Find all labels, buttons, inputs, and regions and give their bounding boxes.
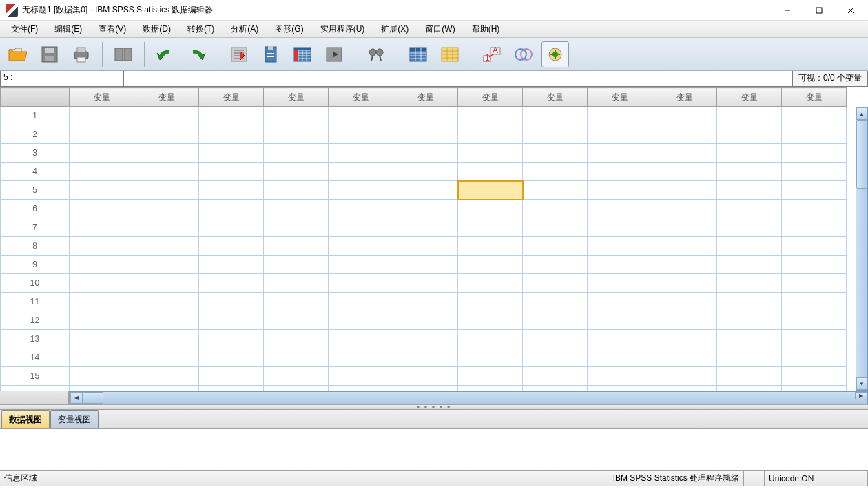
row-header[interactable]: 3	[1, 144, 70, 163]
data-cell[interactable]	[199, 163, 264, 181]
data-cell[interactable]	[652, 107, 717, 125]
data-cell[interactable]	[393, 218, 458, 237]
data-cell[interactable]	[393, 144, 458, 163]
data-cell[interactable]	[329, 200, 393, 218]
menu-graph[interactable]: 图形(G)	[267, 21, 311, 37]
scroll-right-button[interactable]: ▶	[855, 392, 867, 399]
column-header[interactable]: 变量	[523, 88, 588, 107]
data-cell[interactable]	[134, 218, 199, 237]
menu-help[interactable]: 帮助(H)	[464, 21, 508, 37]
data-cell[interactable]	[264, 330, 329, 348]
data-cell[interactable]	[652, 181, 717, 200]
data-cell[interactable]	[523, 181, 588, 200]
data-cell[interactable]	[652, 311, 717, 330]
data-cell[interactable]	[717, 107, 782, 125]
split-file-button[interactable]	[404, 41, 432, 67]
data-cell[interactable]	[329, 107, 393, 125]
data-cell[interactable]	[264, 367, 329, 386]
data-cell[interactable]	[652, 367, 717, 386]
run-button[interactable]	[320, 41, 348, 67]
data-cell[interactable]	[329, 367, 393, 386]
data-cell[interactable]	[199, 348, 264, 367]
data-cell[interactable]	[523, 237, 588, 256]
data-cell[interactable]	[70, 367, 134, 386]
data-cell[interactable]	[717, 330, 782, 348]
data-cell[interactable]	[134, 144, 199, 163]
data-cell[interactable]	[717, 163, 782, 181]
menu-analyze[interactable]: 分析(A)	[223, 21, 267, 37]
data-cell[interactable]	[264, 386, 329, 391]
data-cell[interactable]	[134, 163, 199, 181]
row-header[interactable]: 7	[1, 218, 70, 237]
data-cell[interactable]	[393, 256, 458, 274]
data-cell[interactable]	[523, 311, 588, 330]
data-cell[interactable]	[523, 274, 588, 293]
data-cell[interactable]	[329, 348, 393, 367]
data-cell[interactable]	[652, 330, 717, 348]
column-header[interactable]: 变量	[458, 88, 523, 107]
menu-file[interactable]: 文件(F)	[3, 21, 46, 37]
data-cell[interactable]	[70, 200, 134, 218]
data-cell[interactable]	[134, 181, 199, 200]
data-cell[interactable]	[199, 218, 264, 237]
data-cell[interactable]	[588, 311, 652, 330]
menu-view[interactable]: 查看(V)	[90, 21, 134, 37]
data-cell[interactable]	[782, 125, 847, 144]
data-cell[interactable]	[329, 330, 393, 348]
data-cell[interactable]	[782, 311, 847, 330]
maximize-button[interactable]	[803, 0, 835, 21]
data-cell[interactable]	[782, 348, 847, 367]
data-cell[interactable]	[588, 181, 652, 200]
data-cell[interactable]	[523, 386, 588, 391]
data-cell[interactable]	[393, 293, 458, 311]
data-cell[interactable]	[652, 125, 717, 144]
data-cell[interactable]	[264, 163, 329, 181]
redo-button[interactable]	[183, 41, 211, 67]
data-cell[interactable]	[588, 237, 652, 256]
data-cell[interactable]	[134, 256, 199, 274]
vertical-scrollbar[interactable]: ▲ ▼	[856, 107, 868, 391]
data-cell[interactable]	[717, 367, 782, 386]
column-header[interactable]: 变量	[782, 88, 847, 107]
data-cell[interactable]	[458, 181, 523, 200]
vscroll-thumb[interactable]	[856, 120, 867, 189]
data-cell[interactable]	[717, 256, 782, 274]
goto-case-button[interactable]	[225, 41, 253, 67]
data-cell[interactable]	[717, 237, 782, 256]
hscroll-thumb[interactable]	[83, 392, 103, 404]
data-cell[interactable]	[329, 237, 393, 256]
data-cell[interactable]	[70, 237, 134, 256]
data-cell[interactable]	[782, 274, 847, 293]
data-cell[interactable]	[717, 293, 782, 311]
data-cell[interactable]	[523, 256, 588, 274]
data-cell[interactable]	[70, 218, 134, 237]
row-header[interactable]: 2	[1, 125, 70, 144]
data-cell[interactable]	[134, 125, 199, 144]
data-cell[interactable]	[652, 144, 717, 163]
print-button[interactable]	[68, 41, 95, 67]
data-cell[interactable]	[264, 107, 329, 125]
data-cell[interactable]	[458, 218, 523, 237]
close-button[interactable]	[835, 0, 867, 21]
data-cell[interactable]	[782, 237, 847, 256]
data-cell[interactable]	[652, 237, 717, 256]
menu-utility[interactable]: 实用程序(U)	[312, 21, 373, 37]
open-button[interactable]	[4, 41, 32, 67]
data-cell[interactable]	[199, 237, 264, 256]
data-cell[interactable]	[329, 293, 393, 311]
data-cell[interactable]	[458, 367, 523, 386]
data-cell[interactable]	[199, 181, 264, 200]
value-labels-button[interactable]: A1	[478, 41, 506, 67]
data-cell[interactable]	[393, 107, 458, 125]
data-cell[interactable]	[264, 218, 329, 237]
data-cell[interactable]	[782, 144, 847, 163]
data-cell[interactable]	[652, 348, 717, 367]
data-cell[interactable]	[588, 293, 652, 311]
row-header[interactable]: 13	[1, 330, 70, 348]
tab-variable-view[interactable]: 变量视图	[50, 410, 99, 428]
data-cell[interactable]	[199, 367, 264, 386]
data-cell[interactable]	[264, 125, 329, 144]
data-cell[interactable]	[264, 348, 329, 367]
data-cell[interactable]	[588, 256, 652, 274]
row-header[interactable]: 8	[1, 237, 70, 256]
